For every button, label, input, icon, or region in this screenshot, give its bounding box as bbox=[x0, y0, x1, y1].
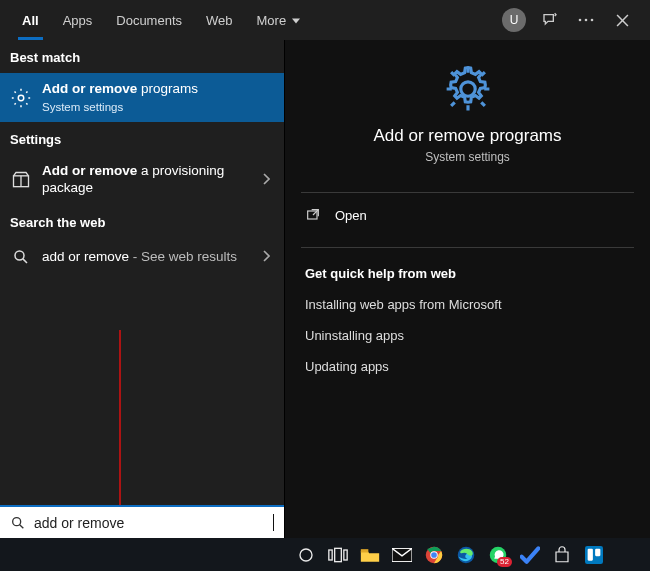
svg-point-2 bbox=[591, 19, 594, 22]
edge-icon[interactable] bbox=[456, 545, 476, 565]
svg-point-5 bbox=[15, 251, 24, 260]
result-title-bold: Add or remove bbox=[42, 163, 137, 178]
quick-help-label: Updating apps bbox=[305, 359, 389, 374]
quick-help-label: Uninstalling apps bbox=[305, 328, 404, 343]
result-text: add or remove - See web results bbox=[42, 249, 248, 266]
section-best-match: Best match bbox=[0, 40, 284, 73]
search-input[interactable] bbox=[34, 515, 271, 531]
text-caret bbox=[273, 514, 274, 531]
tab-label: Documents bbox=[116, 13, 182, 28]
feedback-icon[interactable] bbox=[538, 8, 562, 32]
tab-documents[interactable]: Documents bbox=[104, 0, 194, 40]
tab-apps[interactable]: Apps bbox=[51, 0, 105, 40]
svg-rect-12 bbox=[329, 550, 332, 560]
notification-badge: 52 bbox=[497, 557, 512, 567]
package-icon bbox=[10, 169, 32, 191]
search-box[interactable] bbox=[0, 505, 284, 538]
scope-tabs: All Apps Documents Web More bbox=[10, 0, 312, 40]
gear-icon bbox=[10, 87, 32, 109]
svg-rect-14 bbox=[344, 550, 347, 560]
tab-label: All bbox=[22, 13, 39, 28]
gear-icon bbox=[441, 62, 495, 116]
preview-title: Add or remove programs bbox=[295, 126, 640, 146]
result-text: Add or remove programs System settings bbox=[42, 81, 274, 114]
result-best-match[interactable]: Add or remove programs System settings bbox=[0, 73, 284, 122]
preview-hero: Add or remove programs System settings bbox=[285, 40, 650, 182]
result-title-bold: Add or remove bbox=[42, 81, 137, 96]
tab-web[interactable]: Web bbox=[194, 0, 245, 40]
taskbar: 52 bbox=[0, 538, 650, 571]
section-web: Search the web bbox=[0, 205, 284, 238]
svg-rect-25 bbox=[595, 548, 600, 556]
section-settings: Settings bbox=[0, 122, 284, 155]
tab-label: Web bbox=[206, 13, 233, 28]
result-settings-item[interactable]: Add or remove a provisioning package bbox=[0, 155, 284, 205]
cortana-icon[interactable] bbox=[296, 545, 316, 565]
svg-point-10 bbox=[13, 517, 21, 525]
svg-point-3 bbox=[18, 95, 24, 101]
preview-pane: Add or remove programs System settings O… bbox=[284, 40, 650, 538]
quick-help-item[interactable]: Uninstalling apps bbox=[285, 320, 650, 351]
trello-icon[interactable] bbox=[584, 545, 604, 565]
svg-rect-24 bbox=[588, 548, 593, 560]
open-icon bbox=[305, 207, 321, 223]
svg-rect-15 bbox=[361, 549, 369, 552]
svg-point-1 bbox=[585, 19, 588, 22]
search-icon bbox=[10, 246, 32, 268]
quick-help-item[interactable]: Updating apps bbox=[285, 351, 650, 382]
search-body: Best match Add or remove programs System… bbox=[0, 40, 650, 538]
task-view-icon[interactable] bbox=[328, 545, 348, 565]
search-topbar: All Apps Documents Web More U bbox=[0, 0, 650, 40]
store-icon[interactable] bbox=[552, 545, 572, 565]
topbar-actions: U bbox=[502, 8, 644, 32]
chrome-icon[interactable] bbox=[424, 545, 444, 565]
close-icon[interactable] bbox=[610, 8, 634, 32]
chevron-right-icon bbox=[258, 250, 274, 265]
tab-more[interactable]: More bbox=[245, 0, 313, 40]
tab-label: Apps bbox=[63, 13, 93, 28]
chevron-down-icon bbox=[292, 13, 300, 28]
result-suffix: - See web results bbox=[129, 249, 237, 264]
search-icon bbox=[10, 515, 26, 531]
avatar-initial: U bbox=[510, 13, 519, 27]
user-avatar[interactable]: U bbox=[502, 8, 526, 32]
svg-point-0 bbox=[579, 19, 582, 22]
tab-label: More bbox=[257, 13, 287, 28]
result-title-bold: add or remove bbox=[42, 249, 129, 264]
result-text: Add or remove a provisioning package bbox=[42, 163, 248, 197]
svg-rect-13 bbox=[335, 548, 342, 561]
result-subtitle: System settings bbox=[42, 100, 274, 114]
mail-icon[interactable] bbox=[392, 545, 412, 565]
svg-point-20 bbox=[431, 552, 437, 558]
tab-all[interactable]: All bbox=[10, 0, 51, 40]
open-button[interactable]: Open bbox=[285, 193, 650, 237]
whatsapp-icon[interactable]: 52 bbox=[488, 545, 508, 565]
results-pane: Best match Add or remove programs System… bbox=[0, 40, 284, 538]
more-options-icon[interactable] bbox=[574, 8, 598, 32]
svg-point-11 bbox=[300, 549, 312, 561]
quick-help-header: Get quick help from web bbox=[285, 248, 650, 289]
file-explorer-icon[interactable] bbox=[360, 545, 380, 565]
chevron-right-icon bbox=[258, 173, 274, 188]
todo-icon[interactable] bbox=[520, 545, 540, 565]
preview-subtitle: System settings bbox=[295, 150, 640, 164]
result-title-rest: programs bbox=[137, 81, 198, 96]
quick-help-item[interactable]: Installing web apps from Microsoft bbox=[285, 289, 650, 320]
taskbar-icons: 52 bbox=[284, 545, 616, 565]
open-label: Open bbox=[335, 208, 367, 223]
result-web-item[interactable]: add or remove - See web results bbox=[0, 238, 284, 276]
svg-point-8 bbox=[460, 82, 474, 96]
quick-help-label: Installing web apps from Microsoft bbox=[305, 297, 502, 312]
